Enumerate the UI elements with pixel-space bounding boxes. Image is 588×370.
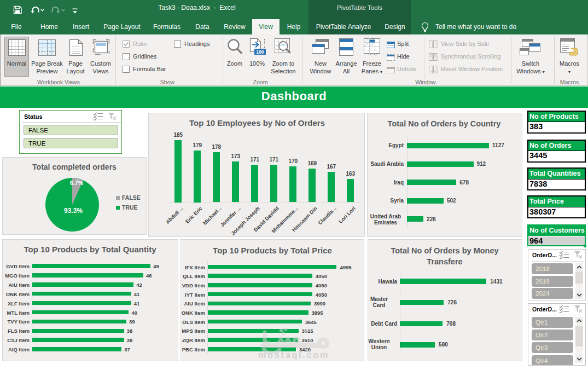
svg-text:100: 100 — [256, 49, 264, 55]
